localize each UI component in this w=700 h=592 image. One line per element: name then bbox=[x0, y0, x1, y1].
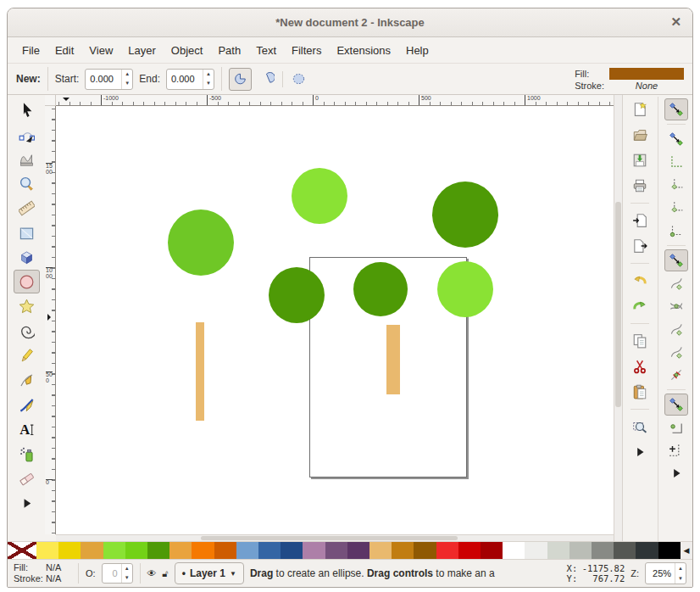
export-button[interactable] bbox=[628, 235, 652, 257]
commands-expand[interactable] bbox=[628, 441, 652, 463]
snap-path-intersections-button[interactable] bbox=[664, 295, 688, 317]
ellipse-arc-button[interactable] bbox=[255, 68, 278, 91]
layer-lock-icon[interactable]: 🔓︎ bbox=[163, 568, 169, 579]
new-document-button[interactable] bbox=[628, 98, 652, 120]
palette-color-swatch[interactable] bbox=[125, 542, 147, 559]
calligraphy-tool[interactable] bbox=[14, 393, 40, 416]
palette-color-swatch[interactable] bbox=[636, 542, 658, 559]
print-button[interactable] bbox=[628, 175, 652, 197]
snap-smooth-nodes-button[interactable] bbox=[664, 341, 688, 363]
menu-path[interactable]: Path bbox=[210, 40, 248, 61]
tweak-tool[interactable] bbox=[14, 147, 40, 170]
snap-expand[interactable] bbox=[664, 462, 688, 484]
toolbox-expand[interactable] bbox=[14, 491, 40, 515]
snap-bbox-button[interactable] bbox=[664, 128, 688, 150]
palette-scroll-left-icon[interactable]: ◀ bbox=[681, 542, 692, 559]
redo-button[interactable] bbox=[628, 295, 652, 317]
copy-button[interactable] bbox=[628, 330, 652, 352]
menu-text[interactable]: Text bbox=[248, 40, 284, 61]
tree-crown-3[interactable] bbox=[432, 182, 498, 248]
menu-filters[interactable]: Filters bbox=[284, 40, 329, 61]
zoom-tool[interactable] bbox=[14, 171, 40, 195]
menu-view[interactable]: View bbox=[81, 40, 120, 61]
ellipse-tool[interactable] bbox=[14, 270, 40, 293]
pen-tool[interactable] bbox=[14, 368, 40, 392]
fill-color-swatch[interactable] bbox=[609, 68, 684, 80]
measure-tool[interactable] bbox=[14, 196, 40, 220]
snap-bbox-edges-button[interactable] bbox=[664, 151, 688, 173]
palette-color-swatch[interactable] bbox=[58, 542, 81, 559]
palette-color-swatch[interactable] bbox=[281, 542, 303, 559]
menu-file[interactable]: File bbox=[14, 40, 47, 61]
palette-color-swatch[interactable] bbox=[458, 542, 481, 559]
palette-color-swatch[interactable] bbox=[481, 542, 503, 559]
palette-color-swatch[interactable] bbox=[192, 542, 214, 559]
menu-edit[interactable]: Edit bbox=[47, 40, 81, 61]
cut-button[interactable] bbox=[628, 355, 652, 377]
palette-color-swatch[interactable] bbox=[547, 542, 569, 559]
opacity-spinner[interactable]: 0 ▲▼ bbox=[102, 563, 133, 584]
tree-trunk-1[interactable] bbox=[196, 322, 204, 421]
open-button[interactable] bbox=[628, 124, 652, 146]
snap-bbox-edge-midpoints-button[interactable] bbox=[664, 197, 688, 219]
close-icon[interactable]: ✕ bbox=[670, 15, 681, 28]
undo-button[interactable] bbox=[628, 270, 652, 292]
snap-others-button[interactable] bbox=[664, 394, 688, 416]
palette-no-color-swatch[interactable] bbox=[8, 542, 36, 559]
start-spinner[interactable]: 0.000 ▲▼ bbox=[85, 69, 133, 90]
tree-crown-6[interactable] bbox=[437, 261, 493, 317]
horizontal-scrollbar[interactable] bbox=[56, 534, 614, 541]
titlebar[interactable]: *New document 2 - Inkscape ✕ bbox=[8, 8, 692, 37]
node-editor-tool[interactable] bbox=[14, 122, 40, 146]
palette-color-swatch[interactable] bbox=[236, 542, 258, 559]
opacity-value[interactable]: 0 bbox=[103, 564, 121, 583]
tree-crown-4[interactable] bbox=[269, 267, 325, 323]
palette-color-swatch[interactable] bbox=[369, 542, 392, 559]
eraser-tool[interactable] bbox=[14, 466, 40, 490]
palette-color-swatch[interactable] bbox=[392, 542, 414, 559]
zoom-value[interactable]: 25% bbox=[646, 563, 675, 584]
palette-color-swatch[interactable] bbox=[614, 542, 636, 559]
menu-layer[interactable]: Layer bbox=[120, 40, 164, 61]
palette-color-swatch[interactable] bbox=[258, 542, 281, 559]
zoom-drawing-button[interactable] bbox=[628, 416, 652, 438]
snap-bbox-corners-button[interactable] bbox=[664, 174, 688, 196]
palette-color-swatch[interactable] bbox=[103, 542, 125, 559]
palette-color-swatch[interactable] bbox=[347, 542, 369, 559]
menu-object[interactable]: Object bbox=[164, 40, 211, 61]
end-spinner[interactable]: 0.000 ▲▼ bbox=[166, 69, 214, 90]
snap-enable-button[interactable] bbox=[664, 98, 688, 120]
palette-color-swatch[interactable] bbox=[147, 542, 169, 559]
palette-color-swatch[interactable] bbox=[592, 542, 614, 559]
palette-color-swatch[interactable] bbox=[81, 542, 103, 559]
menu-help[interactable]: Help bbox=[398, 40, 436, 61]
start-value[interactable]: 0.000 bbox=[86, 70, 121, 89]
snap-paths-button[interactable] bbox=[664, 272, 688, 294]
selector-tool[interactable] bbox=[14, 98, 40, 121]
spiral-tool[interactable] bbox=[14, 319, 40, 343]
layer-selector[interactable]: • Layer 1 ▼ bbox=[175, 562, 244, 584]
zoom-spinner[interactable]: 25% ▲▼ bbox=[645, 562, 686, 584]
rectangle-tool[interactable] bbox=[14, 221, 40, 244]
vertical-scrollbar-thumb[interactable] bbox=[615, 202, 621, 407]
palette-color-swatch[interactable] bbox=[214, 542, 236, 559]
snap-nodes-button[interactable] bbox=[664, 249, 688, 271]
pencil-tool[interactable] bbox=[14, 343, 40, 367]
save-button[interactable] bbox=[628, 149, 652, 171]
palette-color-swatch[interactable] bbox=[658, 542, 681, 559]
style-indicator[interactable]: Fill: N/A Stroke: N/A bbox=[14, 562, 71, 584]
star-tool[interactable] bbox=[14, 294, 40, 318]
palette-color-swatch[interactable] bbox=[325, 542, 347, 559]
layer-visibility-icon[interactable]: 👁︎ bbox=[147, 568, 157, 578]
tree-trunk-2[interactable] bbox=[386, 325, 400, 394]
stroke-value[interactable]: None bbox=[609, 81, 684, 91]
palette-color-swatch[interactable] bbox=[36, 542, 58, 559]
paste-button[interactable] bbox=[628, 381, 652, 403]
tree-crown-5[interactable] bbox=[353, 262, 408, 316]
palette-color-swatch[interactable] bbox=[169, 542, 192, 559]
palette-color-swatch[interactable] bbox=[436, 542, 458, 559]
menu-extensions[interactable]: Extensions bbox=[329, 40, 398, 61]
palette-color-swatch[interactable] bbox=[503, 542, 525, 559]
palette-color-swatch[interactable] bbox=[303, 542, 325, 559]
snap-object-centers-button[interactable] bbox=[664, 416, 688, 438]
